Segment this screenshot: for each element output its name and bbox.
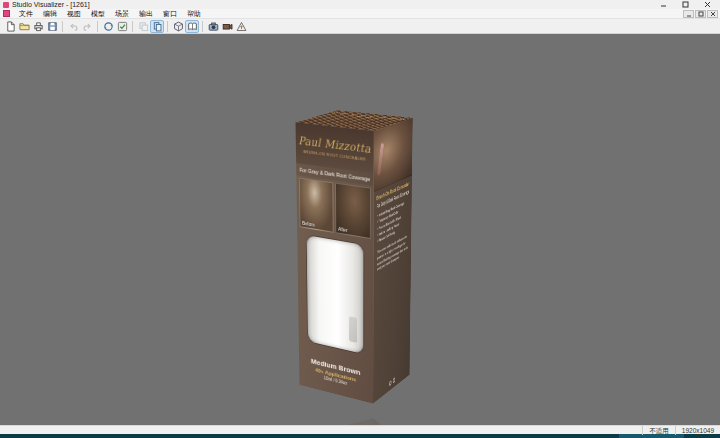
menu-window[interactable]: 窗口 xyxy=(158,9,182,19)
product-tube xyxy=(349,316,357,343)
open-button[interactable] xyxy=(17,20,31,33)
close-button[interactable] xyxy=(696,0,718,9)
mdi-close-icon xyxy=(710,11,716,17)
window-controls xyxy=(652,0,718,9)
app-icon xyxy=(3,2,9,8)
after-photo: After xyxy=(335,183,371,239)
status-field-na: 不适用 xyxy=(642,426,675,435)
menu-bar: 文件 编辑 视图 模型 场景 输出 窗口 帮助 xyxy=(0,9,720,19)
recycle-icon xyxy=(393,377,395,383)
package-box[interactable]: Paul Mizzotta Brush-On Root Concealer Fo… xyxy=(317,116,394,389)
toolbar-separator xyxy=(202,21,203,32)
snapshot-camera-button[interactable] xyxy=(206,20,220,33)
minimize-icon xyxy=(660,1,667,8)
main-toolbar xyxy=(0,19,720,34)
snapshot-camera-icon xyxy=(208,21,219,32)
print-icon xyxy=(33,21,44,32)
toolbar-separator xyxy=(97,21,98,32)
menu-output[interactable]: 输出 xyxy=(134,9,158,19)
toolbar-separator xyxy=(62,21,63,32)
save-icon xyxy=(47,21,58,32)
brush-applicator-image xyxy=(377,143,384,175)
box-scene: Paul Mizzotta Brush-On Root Concealer Fo… xyxy=(240,92,480,422)
after-label: After xyxy=(338,226,348,234)
close-icon xyxy=(704,1,711,8)
shade-panel: Medium Brown 40+ Applications 10ml / 0.3… xyxy=(299,343,373,404)
menu-scene[interactable]: 场景 xyxy=(110,9,134,19)
window-cutout xyxy=(307,235,364,354)
refresh-scene-icon xyxy=(103,21,114,32)
mdi-document-icon[interactable] xyxy=(3,10,10,17)
menu-view[interactable]: 视图 xyxy=(62,9,86,19)
refresh-scene-button[interactable] xyxy=(101,20,115,33)
package-side-face: Brush-On Root Concealer For Gray & Dark … xyxy=(373,118,413,404)
open-folder-icon xyxy=(19,21,30,32)
before-after-photos: Before After xyxy=(296,175,373,241)
minimize-button[interactable] xyxy=(652,0,674,9)
apply-check-button[interactable] xyxy=(115,20,129,33)
redo-icon xyxy=(82,21,93,32)
recycle-icons xyxy=(373,366,410,399)
layers-button[interactable] xyxy=(150,20,164,33)
book-spread-button[interactable] xyxy=(185,20,199,33)
new-document-button[interactable] xyxy=(3,20,17,33)
apply-check-icon xyxy=(117,21,128,32)
recycle-icon xyxy=(389,380,391,386)
status-field-resolution: 1920x1049 xyxy=(675,426,720,435)
redo-button[interactable] xyxy=(80,20,94,33)
viewport-3d[interactable]: Paul Mizzotta Brush-On Root Concealer Fo… xyxy=(0,34,720,425)
print-button[interactable] xyxy=(31,20,45,33)
menu-help[interactable]: 帮助 xyxy=(182,9,206,19)
before-label: Before xyxy=(302,220,315,228)
toolbar-separator xyxy=(132,21,133,32)
menu-edit[interactable]: 编辑 xyxy=(38,9,62,19)
status-bar: 不适用 1920x1049 xyxy=(0,425,720,434)
restore-icon xyxy=(682,1,689,8)
menu-file[interactable]: 文件 xyxy=(14,9,38,19)
cube-3d-icon xyxy=(173,21,184,32)
mdi-minimize-icon xyxy=(686,11,692,17)
mdi-close-button[interactable] xyxy=(707,10,718,18)
new-document-icon xyxy=(5,21,16,32)
export-upload-icon xyxy=(236,21,247,32)
movie-camera-icon xyxy=(222,21,233,32)
book-spread-icon xyxy=(187,21,198,32)
toolbar-separator xyxy=(167,21,168,32)
menu-model[interactable]: 模型 xyxy=(86,9,110,19)
mdi-restore-icon xyxy=(698,11,704,17)
before-photo: Before xyxy=(299,178,334,233)
undo-icon xyxy=(68,21,79,32)
recycle-icons xyxy=(373,423,410,425)
cascade-windows-button[interactable] xyxy=(136,20,150,33)
export-upload-button[interactable] xyxy=(234,20,248,33)
cube-3d-button[interactable] xyxy=(171,20,185,33)
cascade-windows-icon xyxy=(138,21,149,32)
app-window: Studio Visualizer - [1261] 文件 编辑 视图 模型 场… xyxy=(0,0,720,438)
save-button[interactable] xyxy=(45,20,59,33)
mdi-restore-button[interactable] xyxy=(695,10,706,18)
layers-icon xyxy=(152,21,163,32)
movie-camera-button[interactable] xyxy=(220,20,234,33)
taskbar-strip[interactable] xyxy=(0,434,720,438)
mdi-minimize-button[interactable] xyxy=(683,10,694,18)
undo-button[interactable] xyxy=(66,20,80,33)
package-front-face: Paul Mizzotta Brush-On Root Concealer Fo… xyxy=(296,122,374,403)
mdi-window-controls xyxy=(683,10,718,18)
restore-button[interactable] xyxy=(674,0,696,9)
